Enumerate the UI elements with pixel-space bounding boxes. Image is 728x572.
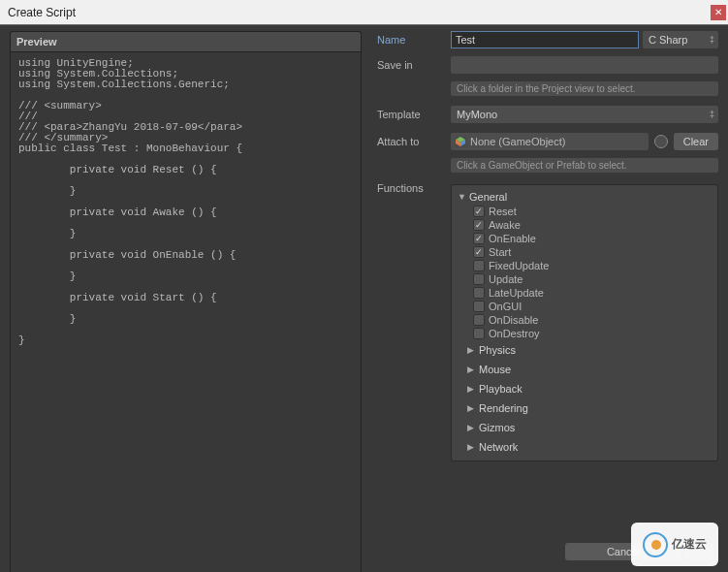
group-network[interactable]: ▶Network — [452, 437, 717, 457]
function-checkbox[interactable] — [473, 314, 485, 326]
function-label: LateUpdate — [489, 287, 544, 299]
close-button[interactable]: ✕ — [711, 5, 726, 20]
function-item: OnGUI — [452, 300, 717, 313]
foldout-right-icon: ▶ — [467, 345, 477, 355]
attach-label: Attach to — [377, 136, 451, 147]
language-dropdown[interactable]: C Sharp — [643, 31, 718, 48]
function-checkbox[interactable] — [473, 233, 485, 244]
watermark-icon — [643, 532, 668, 557]
function-checkbox[interactable] — [473, 206, 485, 217]
function-item: OnEnable — [452, 232, 717, 245]
function-checkbox[interactable] — [473, 219, 485, 231]
group-rendering[interactable]: ▶Rendering — [452, 398, 717, 418]
foldout-right-icon: ▶ — [467, 365, 477, 374]
foldout-right-icon: ▶ — [467, 403, 477, 413]
gameobject-icon — [455, 136, 466, 147]
function-label: FixedUpdate — [489, 260, 549, 271]
function-item: LateUpdate — [452, 286, 717, 300]
group-playback[interactable]: ▶Playback — [452, 379, 717, 398]
preview-label: Preview — [10, 31, 362, 51]
titlebar: Create Script ✕ — [0, 0, 728, 25]
name-input[interactable] — [451, 31, 639, 48]
preview-panel: Preview using UnityEngine; using System.… — [0, 25, 371, 572]
savein-label: Save in — [377, 59, 451, 71]
function-label: Reset — [489, 206, 517, 217]
preview-code: using UnityEngine; using System.Collecti… — [10, 51, 362, 572]
function-label: Update — [489, 273, 522, 285]
group-physics[interactable]: ▶Physics — [452, 340, 717, 360]
functions-label: Functions — [377, 182, 451, 194]
attach-field[interactable]: None (GameObject) — [451, 133, 649, 150]
function-label: Awake — [489, 219, 521, 231]
function-item: Awake — [452, 218, 717, 232]
clear-button[interactable]: Clear — [674, 133, 718, 150]
function-item: OnDestroy — [452, 327, 717, 340]
function-label: OnDestroy — [489, 328, 540, 339]
group-general[interactable]: ▼ General — [452, 189, 717, 205]
function-checkbox[interactable] — [473, 246, 485, 258]
function-checkbox[interactable] — [473, 273, 485, 285]
function-checkbox[interactable] — [473, 287, 485, 299]
foldout-right-icon: ▶ — [467, 384, 477, 394]
function-item: OnDisable — [452, 313, 717, 327]
template-dropdown[interactable]: MyMono — [451, 106, 718, 123]
name-label: Name — [377, 34, 451, 46]
group-mouse[interactable]: ▶Mouse — [452, 360, 717, 379]
function-checkbox[interactable] — [473, 328, 485, 339]
function-item: FixedUpdate — [452, 259, 717, 272]
watermark: 亿速云 — [631, 523, 718, 566]
function-label: OnGUI — [489, 301, 522, 312]
function-item: Start — [452, 245, 717, 259]
foldout-right-icon: ▶ — [467, 423, 477, 432]
function-label: Start — [489, 246, 511, 258]
functions-panel: ▼ General ResetAwakeOnEnableStartFixedUp… — [451, 184, 718, 461]
function-item: Update — [452, 272, 717, 286]
attach-hint: Click a GameObject or Prefab to select. — [451, 158, 718, 173]
function-label: OnDisable — [489, 314, 538, 326]
function-label: OnEnable — [489, 233, 536, 244]
function-item: Reset — [452, 205, 717, 218]
foldout-right-icon: ▶ — [467, 442, 477, 452]
function-checkbox[interactable] — [473, 301, 485, 312]
group-gizmos[interactable]: ▶Gizmos — [452, 418, 717, 437]
savein-field[interactable] — [451, 56, 718, 74]
window-title: Create Script — [8, 6, 76, 19]
object-picker-button[interactable] — [654, 135, 668, 148]
foldout-down-icon: ▼ — [458, 192, 467, 202]
template-label: Template — [377, 109, 451, 120]
form-panel: Name C Sharp Save in Click a folder in t… — [371, 25, 728, 572]
function-checkbox[interactable] — [473, 260, 485, 271]
savein-hint: Click a folder in the Project view to se… — [451, 81, 718, 96]
